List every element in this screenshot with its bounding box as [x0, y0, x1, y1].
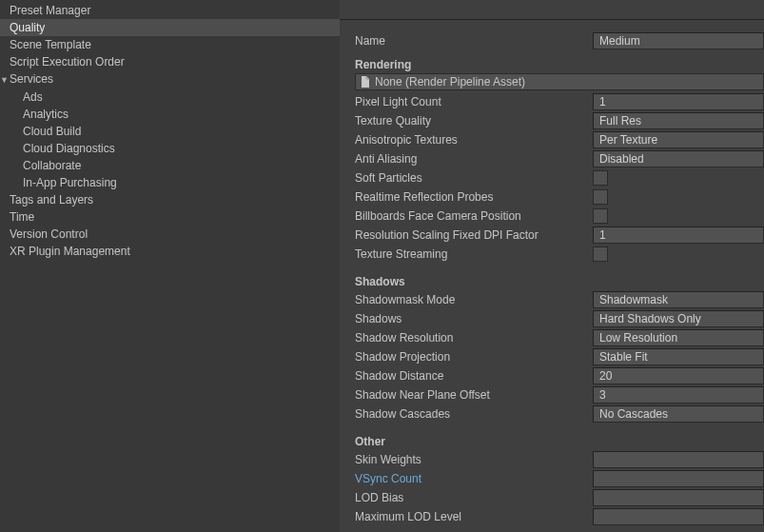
settings-sidebar: Preset Manager Quality Scene Template Sc… [0, 0, 340, 532]
sidebar-item-ads[interactable]: Ads [0, 89, 340, 106]
shadowmask-mode-dropdown[interactable]: Shadowmask [593, 291, 764, 308]
shadow-resolution-label: Shadow Resolution [355, 331, 593, 345]
sidebar-item-collaborate[interactable]: Collaborate [0, 157, 340, 174]
shadows-header: Shadows [355, 275, 764, 288]
vsync-count-dropdown[interactable] [593, 470, 764, 487]
sidebar-item-analytics[interactable]: Analytics [0, 106, 340, 123]
sidebar-item-xr-plugin-management[interactable]: XR Plugin Management [0, 243, 340, 260]
sidebar-item-cloud-diagnostics[interactable]: Cloud Diagnostics [0, 140, 340, 157]
shadow-cascades-label: Shadow Cascades [355, 407, 593, 421]
realtime-reflection-probes-checkbox[interactable] [593, 189, 608, 205]
anisotropic-textures-dropdown[interactable]: Per Texture [593, 131, 764, 148]
shadow-distance-label: Shadow Distance [355, 369, 593, 383]
sidebar-item-script-execution-order[interactable]: Script Execution Order [0, 53, 340, 70]
sidebar-item-in-app-purchasing[interactable]: In-App Purchasing [0, 174, 340, 191]
resolution-scaling-dpi-label: Resolution Scaling Fixed DPI Factor [355, 228, 593, 242]
other-header: Other [355, 435, 764, 448]
texture-streaming-label: Texture Streaming [355, 247, 593, 261]
skin-weights-dropdown[interactable] [593, 451, 764, 468]
name-field[interactable]: Medium [593, 32, 764, 49]
billboards-face-camera-label: Billboards Face Camera Position [355, 209, 593, 223]
sidebar-item-quality[interactable]: Quality [0, 19, 340, 36]
billboards-face-camera-checkbox[interactable] [593, 208, 608, 224]
sidebar-item-services[interactable]: ▼Services [0, 70, 340, 89]
realtime-reflection-probes-label: Realtime Reflection Probes [355, 190, 593, 204]
shadow-projection-dropdown[interactable]: Stable Fit [593, 348, 764, 365]
shadow-cascades-dropdown[interactable]: No Cascades [593, 405, 764, 423]
texture-streaming-checkbox[interactable] [593, 246, 608, 262]
soft-particles-checkbox[interactable] [593, 170, 608, 186]
texture-quality-dropdown[interactable]: Full Res [593, 112, 764, 129]
sidebar-item-preset-manager[interactable]: Preset Manager [0, 2, 340, 19]
shadow-near-plane-offset-field[interactable]: 3 [593, 386, 764, 404]
sidebar-item-tags-and-layers[interactable]: Tags and Layers [0, 191, 340, 208]
max-lod-field[interactable] [593, 508, 764, 525]
shadows-dropdown[interactable]: Hard Shadows Only [593, 310, 764, 327]
lod-bias-label: LOD Bias [355, 491, 593, 504]
shadowmask-mode-label: Shadowmask Mode [355, 293, 593, 306]
render-pipeline-asset-value: None (Render Pipeline Asset) [375, 75, 525, 89]
anisotropic-textures-label: Anisotropic Textures [355, 133, 593, 147]
anti-aliasing-label: Anti Aliasing [355, 152, 593, 166]
render-pipeline-asset-field[interactable]: None (Render Pipeline Asset) [355, 73, 764, 90]
sidebar-item-time[interactable]: Time [0, 208, 340, 226]
shadow-near-plane-offset-label: Shadow Near Plane Offset [355, 388, 593, 402]
shadow-resolution-dropdown[interactable]: Low Resolution [593, 329, 764, 346]
vsync-count-label: VSync Count [355, 472, 593, 485]
pixel-light-count-label: Pixel Light Count [355, 95, 593, 108]
soft-particles-label: Soft Particles [355, 171, 593, 185]
pixel-light-count-field[interactable]: 1 [593, 93, 764, 110]
divider [340, 19, 764, 20]
shadow-distance-field[interactable]: 20 [593, 367, 764, 384]
max-lod-label: Maximum LOD Level [355, 510, 593, 523]
inspector-panel: Name Medium Rendering None (Render Pipel… [340, 0, 764, 532]
sidebar-item-cloud-build[interactable]: Cloud Build [0, 123, 340, 140]
sidebar-item-scene-template[interactable]: Scene Template [0, 36, 340, 53]
shadows-label: Shadows [355, 312, 593, 325]
chevron-down-icon: ▼ [0, 72, 10, 88]
document-icon [360, 76, 371, 88]
rendering-header: Rendering [355, 58, 764, 71]
lod-bias-field[interactable] [593, 489, 764, 506]
anti-aliasing-dropdown[interactable]: Disabled [593, 150, 764, 167]
texture-quality-label: Texture Quality [355, 114, 593, 128]
resolution-scaling-dpi-field[interactable]: 1 [593, 227, 764, 244]
shadow-projection-label: Shadow Projection [355, 350, 593, 364]
skin-weights-label: Skin Weights [355, 453, 593, 466]
name-label: Name [355, 34, 593, 48]
sidebar-item-version-control[interactable]: Version Control [0, 226, 340, 243]
